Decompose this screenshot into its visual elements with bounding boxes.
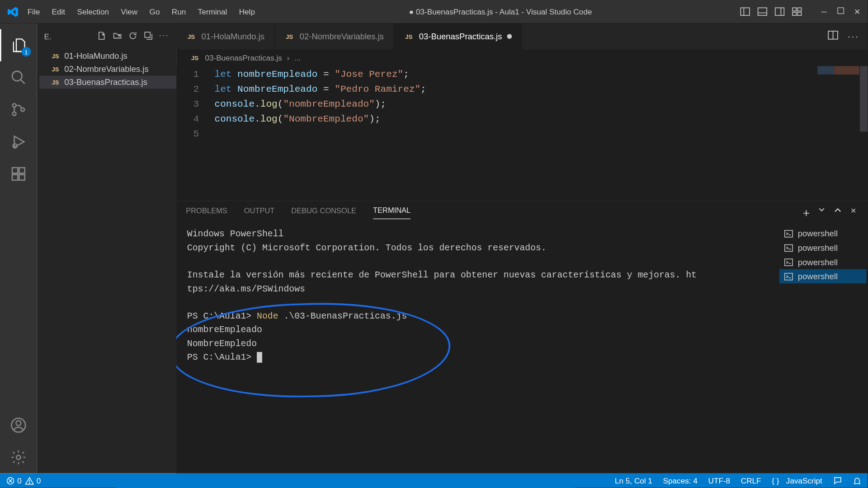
- explorer-badge: 1: [21, 47, 31, 56]
- new-terminal-icon[interactable]: +: [803, 206, 810, 219]
- terminal-name: powershell: [798, 272, 838, 281]
- accounts-icon[interactable]: [0, 409, 37, 441]
- close-panel-icon[interactable]: ✕: [850, 206, 857, 219]
- notifications-icon[interactable]: [853, 476, 862, 485]
- line-number: 5: [176, 127, 214, 142]
- editor-layout-controls[interactable]: [740, 6, 802, 16]
- code-editor[interactable]: 1let nombreEmpleado = "Jose Perez";2let …: [176, 66, 868, 201]
- terminal-name: powershell: [798, 229, 838, 238]
- code-line[interactable]: 4console.log("NombreEmpledo");: [176, 112, 868, 127]
- run-debug-icon[interactable]: [0, 126, 37, 158]
- explorer-view-icon[interactable]: 1: [0, 29, 37, 61]
- menu-run[interactable]: Run: [166, 4, 192, 20]
- terminal[interactable]: Windows PowerShellCopyright (C) Microsof…: [176, 224, 778, 474]
- terminal-icon: [784, 243, 793, 252]
- terminal-list-item[interactable]: powershell: [779, 240, 866, 255]
- breadcrumb-more[interactable]: ...: [294, 53, 301, 62]
- minimize-icon[interactable]: ─: [819, 7, 830, 16]
- maximize-icon[interactable]: [835, 7, 846, 16]
- split-editor-icon[interactable]: [827, 30, 838, 43]
- breadcrumb-file[interactable]: 03-BuenasPracticas.js: [205, 53, 282, 62]
- line-number: 3: [176, 97, 214, 112]
- menu-view[interactable]: View: [115, 4, 143, 20]
- status-language[interactable]: { } JavaScript: [772, 476, 822, 485]
- menu-go[interactable]: Go: [143, 4, 165, 20]
- terminal-name: powershell: [798, 243, 838, 253]
- menu-file[interactable]: File: [21, 4, 46, 20]
- editor-tab[interactable]: JS02-NombreVariables.js: [274, 23, 394, 49]
- collapse-all-icon[interactable]: [144, 31, 153, 42]
- line-number: 1: [176, 67, 214, 82]
- status-warnings[interactable]: 0: [25, 476, 41, 485]
- code-line[interactable]: 1let nombreEmpleado = "Jose Perez";: [176, 67, 868, 82]
- editor-tab[interactable]: JS03-BuenasPracticas.js: [394, 23, 521, 49]
- menu-terminal[interactable]: Terminal: [192, 4, 233, 20]
- terminal-list-item[interactable]: powershell: [779, 226, 866, 241]
- settings-gear-icon[interactable]: [0, 441, 37, 474]
- status-indentation[interactable]: Spaces: 4: [663, 476, 698, 485]
- js-file-icon: JS: [186, 33, 197, 39]
- more-actions-icon[interactable]: ···: [848, 31, 859, 42]
- svg-point-14: [13, 112, 16, 116]
- search-view-icon[interactable]: [0, 61, 37, 94]
- svg-line-12: [20, 80, 24, 84]
- svg-rect-0: [741, 8, 750, 15]
- status-errors[interactable]: 0: [6, 476, 22, 485]
- svg-rect-7: [797, 8, 801, 11]
- svg-rect-6: [793, 8, 796, 11]
- close-icon[interactable]: ✕: [852, 7, 863, 16]
- svg-point-22: [16, 421, 21, 426]
- source-control-icon[interactable]: [0, 94, 37, 126]
- status-encoding[interactable]: UTF-8: [708, 476, 731, 485]
- status-bar: 0 0 Ln 5, Col 1 Spaces: 4 UTF-8 CRLF { }…: [0, 474, 868, 488]
- code-line[interactable]: 3console.log("nombreEmpleado");: [176, 97, 868, 112]
- terminal-line: Instale la versión más reciente de Power…: [187, 268, 768, 282]
- terminal-list: powershellpowershellpowershellpowershell: [778, 224, 868, 474]
- terminal-list-item[interactable]: powershell: [779, 269, 866, 284]
- more-icon[interactable]: ···: [159, 31, 169, 42]
- breadcrumb[interactable]: JS 03-BuenasPracticas.js › ...: [176, 49, 868, 66]
- svg-rect-24: [145, 32, 150, 38]
- minimap[interactable]: [817, 66, 859, 74]
- explorer-section-label: E.: [44, 32, 52, 41]
- js-file-icon: JS: [50, 66, 61, 72]
- vertical-scrollbar[interactable]: [860, 66, 868, 131]
- file-item[interactable]: JS01-HolaMundo.js: [39, 49, 176, 62]
- tab-label: 02-NombreVariables.js: [300, 32, 384, 41]
- new-folder-icon[interactable]: [113, 31, 122, 42]
- status-cursor[interactable]: Ln 5, Col 1: [615, 476, 652, 485]
- svg-point-15: [21, 108, 24, 112]
- terminal-list-item[interactable]: powershell: [779, 255, 866, 269]
- file-item[interactable]: JS03-BuenasPracticas.js: [39, 75, 176, 89]
- svg-rect-17: [12, 168, 18, 173]
- panel-tab[interactable]: OUTPUT: [244, 206, 275, 219]
- maximize-panel-icon[interactable]: [834, 206, 842, 219]
- code-line[interactable]: 2let NombreEmpleado = "Pedro Ramirez";: [176, 82, 868, 97]
- file-name: 01-HolaMundo.js: [64, 51, 127, 61]
- panel-tab[interactable]: TERMINAL: [373, 206, 410, 219]
- editor-tabs: JS01-HolaMundo.jsJS02-NombreVariables.js…: [176, 23, 868, 49]
- refresh-icon[interactable]: [128, 31, 138, 42]
- menu-help[interactable]: Help: [233, 4, 261, 20]
- terminal-line: [187, 255, 768, 268]
- svg-rect-19: [19, 174, 24, 180]
- panel-tab[interactable]: DEBUG CONSOLE: [291, 206, 356, 219]
- terminal-name: powershell: [798, 257, 838, 267]
- menu-selection[interactable]: Selection: [71, 4, 115, 20]
- svg-rect-4: [775, 8, 784, 15]
- terminal-dropdown-icon[interactable]: [818, 206, 826, 219]
- terminal-line: PS C:\Aula1> Node .\03-BuenasPracticas.j…: [187, 310, 768, 323]
- code-line[interactable]: 5: [176, 127, 868, 142]
- feedback-icon[interactable]: [833, 476, 842, 485]
- extensions-icon[interactable]: [0, 158, 37, 190]
- file-item[interactable]: JS02-NombreVariables.js: [39, 62, 176, 75]
- status-eol[interactable]: CRLF: [741, 476, 761, 485]
- js-file-icon: JS: [50, 53, 61, 59]
- svg-point-23: [16, 455, 20, 460]
- editor-tab[interactable]: JS01-HolaMundo.js: [176, 23, 274, 49]
- panel-tab[interactable]: PROBLEMS: [186, 206, 227, 219]
- menu-edit[interactable]: Edit: [46, 4, 71, 20]
- tab-label: 03-BuenasPracticas.js: [419, 32, 502, 41]
- activity-bar: 1: [0, 23, 37, 473]
- new-file-icon[interactable]: [97, 31, 107, 42]
